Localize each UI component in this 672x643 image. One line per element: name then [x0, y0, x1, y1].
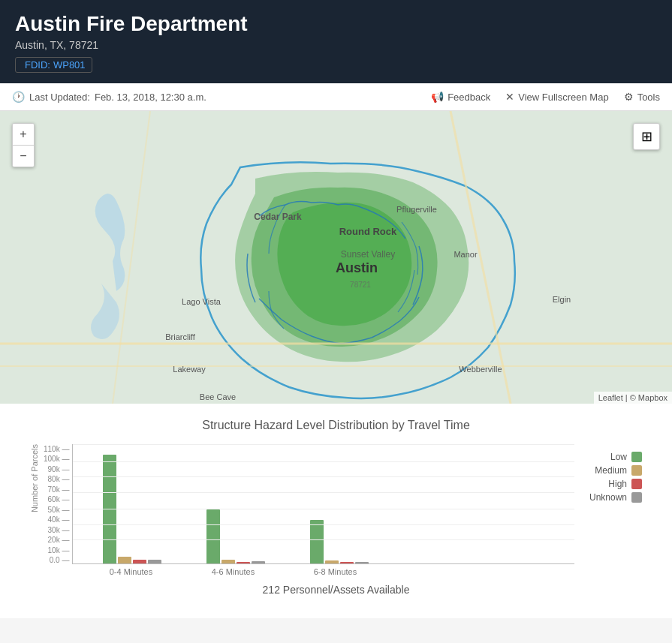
- bar-medium-4-6: [221, 560, 235, 563]
- bar-unknown-4-6: [252, 561, 265, 563]
- svg-text:Pflugerville: Pflugerville: [396, 205, 437, 214]
- svg-text:Briarcliff: Briarcliff: [165, 332, 195, 341]
- svg-text:Webberville: Webberville: [459, 365, 502, 374]
- svg-text:Austin: Austin: [336, 260, 378, 275]
- x-axis-labels: 0-4 Minutes 4-6 Minutes 6-8 Minutes: [72, 564, 574, 576]
- y-tick-8: 30k —: [48, 527, 70, 534]
- bar-medium-6-8: [325, 560, 339, 563]
- legend-box-low: [631, 452, 642, 462]
- svg-text:Round Rock: Round Rock: [339, 226, 397, 237]
- last-updated-label: Last Updated:: [29, 92, 90, 103]
- svg-text:78721: 78721: [350, 281, 371, 289]
- legend-label-medium: Medium: [595, 465, 627, 476]
- last-updated-value: Feb. 13, 2018, 12:30 a.m.: [95, 92, 206, 103]
- y-tick-4: 70k —: [48, 486, 70, 494]
- y-tick-2: 90k —: [48, 466, 70, 473]
- fullscreen-button[interactable]: ✕ View Fullscreen Map: [505, 91, 608, 103]
- chart-title: Structure Hazard Level Distribution by T…: [15, 419, 657, 432]
- department-title: Austin Fire Department: [15, 12, 657, 36]
- clock-icon: 🕐: [12, 91, 25, 103]
- bar-high-0-4: [133, 560, 146, 563]
- y-tick-10: 10k —: [48, 547, 70, 554]
- chart-legend: Low Medium High Unknown: [589, 444, 642, 503]
- feedback-icon: 📢: [431, 91, 444, 103]
- zoom-out-button[interactable]: −: [13, 146, 34, 167]
- bars-4-6: [206, 451, 265, 563]
- bar-unknown-0-4: [148, 560, 161, 563]
- y-tick-0: 110k —: [44, 446, 69, 453]
- map-container[interactable]: Austin Sunset Valley 78721 Round Rock La…: [0, 111, 672, 404]
- map-attribution: Leaflet | © Mapbox: [594, 392, 672, 404]
- legend-box-unknown: [631, 492, 642, 503]
- layers-button[interactable]: ⊞: [633, 123, 660, 150]
- feedback-label: Feedback: [447, 92, 490, 103]
- page-header: Austin Fire Department Austin, TX, 78721…: [0, 0, 672, 83]
- fdid-badge: FDID: WP801: [15, 57, 92, 73]
- toolbar-right: 📢 Feedback ✕ View Fullscreen Map ⚙ Tools: [431, 91, 660, 103]
- y-tick-9: 20k —: [48, 536, 70, 544]
- bar-group-0-4: [103, 451, 161, 563]
- toolbar: 🕐 Last Updated: Feb. 13, 2018, 12:30 a.m…: [0, 83, 672, 111]
- map-zoom-controls: + −: [12, 123, 35, 167]
- y-tick-7: 40k —: [48, 516, 70, 524]
- toolbar-left: 🕐 Last Updated: Feb. 13, 2018, 12:30 a.m…: [12, 91, 431, 103]
- legend-item-low: Low: [589, 452, 642, 462]
- zoom-in-button[interactable]: +: [13, 124, 34, 145]
- legend-box-high: [631, 479, 642, 489]
- bar-chart-area: 0-4 Minutes 4-6 Minutes 6-8 Minutes: [72, 444, 574, 576]
- y-tick-6: 50k —: [48, 506, 70, 514]
- svg-text:Lakeway: Lakeway: [173, 365, 206, 374]
- bars-0-4: [103, 451, 161, 563]
- legend-item-high: High: [589, 479, 642, 489]
- legend-item-unknown: Unknown: [589, 492, 642, 503]
- fdid-value: WP801: [53, 59, 86, 71]
- map-svg: Austin Sunset Valley 78721 Round Rock La…: [0, 111, 672, 404]
- y-axis-ticks: 110k —100k —90k —80k —70k —60k —50k —40k…: [44, 444, 72, 564]
- attribution-text: Leaflet | © Mapbox: [598, 393, 667, 402]
- y-tick-11: 0.0 —: [50, 557, 70, 564]
- x-label-6-8: 6-8 Minutes: [306, 567, 363, 576]
- feedback-button[interactable]: 📢 Feedback: [431, 91, 490, 103]
- y-tick-1: 100k —: [44, 455, 69, 463]
- y-axis-label: Number of Parcels: [30, 444, 39, 512]
- bar-unknown-6-8: [355, 562, 369, 563]
- bars-6-8: [310, 451, 369, 563]
- svg-text:Bee Cave: Bee Cave: [200, 392, 236, 401]
- x-label-4-6: 4-6 Minutes: [204, 567, 261, 576]
- bar-high-6-8: [340, 562, 354, 563]
- department-location: Austin, TX, 78721: [15, 39, 657, 51]
- fullscreen-icon: ✕: [505, 91, 514, 103]
- bar-low-6-8: [310, 520, 324, 563]
- svg-text:Lago Vista: Lago Vista: [182, 297, 221, 306]
- chart-section: Structure Hazard Level Distribution by T…: [0, 404, 672, 618]
- bar-high-4-6: [237, 562, 250, 563]
- bar-group-6-8: [310, 451, 369, 563]
- svg-text:Elgin: Elgin: [553, 295, 571, 304]
- legend-label-low: Low: [610, 452, 627, 462]
- tools-button[interactable]: ⚙ Tools: [624, 91, 660, 103]
- legend-box-medium: [631, 465, 642, 476]
- layers-icon: ⊞: [641, 128, 652, 145]
- legend-label-unknown: Unknown: [589, 492, 627, 503]
- x-label-0-4: 0-4 Minutes: [102, 567, 159, 576]
- legend-item-medium: Medium: [589, 465, 642, 476]
- svg-text:Manor: Manor: [454, 250, 478, 259]
- y-tick-5: 60k —: [48, 496, 70, 503]
- fdid-label: FDID:: [25, 59, 50, 71]
- tools-label: Tools: [637, 92, 660, 103]
- bar-medium-0-4: [118, 557, 131, 563]
- svg-text:Cedar Park: Cedar Park: [254, 212, 302, 222]
- svg-text:Sunset Valley: Sunset Valley: [341, 249, 396, 260]
- gear-icon: ⚙: [624, 91, 634, 103]
- y-tick-3: 80k —: [48, 476, 70, 483]
- bar-low-4-6: [206, 509, 220, 563]
- personnel-label: 212 Personnel/Assets Available: [15, 584, 657, 603]
- fullscreen-label: View Fullscreen Map: [518, 92, 608, 103]
- legend-label-high: High: [608, 479, 627, 489]
- bar-low-0-4: [103, 455, 116, 563]
- bar-group-4-6: [206, 451, 265, 563]
